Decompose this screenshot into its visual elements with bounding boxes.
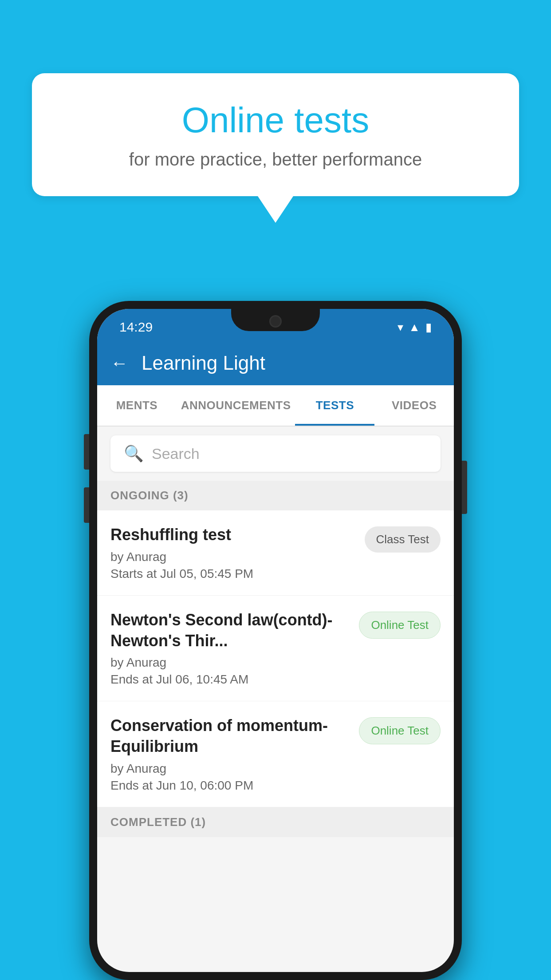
volume-up-button xyxy=(84,434,89,470)
phone-camera xyxy=(269,315,282,328)
test-by: by Anurag xyxy=(110,550,356,564)
app-header: ← Learning Light xyxy=(97,341,454,385)
back-button[interactable]: ← xyxy=(110,353,128,373)
status-time: 14:29 xyxy=(119,320,153,335)
battery-icon: ▮ xyxy=(425,320,432,334)
speech-bubble-area: Online tests for more practice, better p… xyxy=(32,73,519,223)
search-input[interactable]: Search xyxy=(152,445,200,462)
tab-announcements[interactable]: ANNOUNCEMENTS xyxy=(177,385,295,426)
phone-notch xyxy=(231,309,320,331)
test-info: Newton's Second law(contd)-Newton's Thir… xyxy=(110,610,359,687)
tab-tests[interactable]: TESTS xyxy=(295,385,374,426)
search-icon: 🔍 xyxy=(124,444,144,463)
speech-bubble-arrow xyxy=(258,196,293,223)
test-item[interactable]: Reshuffling test by Anurag Starts at Jul… xyxy=(97,510,454,596)
wifi-icon: ▾ xyxy=(398,320,403,334)
test-name: Newton's Second law(contd)-Newton's Thir… xyxy=(110,610,350,652)
app-title: Learning Light xyxy=(142,352,265,374)
test-list: Reshuffling test by Anurag Starts at Jul… xyxy=(97,510,454,807)
phone-body: 14:29 ▾ ▲ ▮ ← Learning Light MENTS ANNOU… xyxy=(89,301,462,980)
test-badge-online: Online Test xyxy=(359,612,441,639)
test-item[interactable]: Conservation of momentum-Equilibrium by … xyxy=(97,701,454,807)
speech-bubble: Online tests for more practice, better p… xyxy=(32,73,519,196)
test-badge-class: Class Test xyxy=(365,526,441,553)
speech-bubble-subtitle: for more practice, better performance xyxy=(67,150,484,170)
test-time: Starts at Jul 05, 05:45 PM xyxy=(110,567,356,581)
signal-icon: ▲ xyxy=(409,320,420,334)
test-info: Conservation of momentum-Equilibrium by … xyxy=(110,715,359,793)
volume-down-button xyxy=(84,487,89,523)
status-icons: ▾ ▲ ▮ xyxy=(398,320,432,334)
phone-mockup: 14:29 ▾ ▲ ▮ ← Learning Light MENTS ANNOU… xyxy=(89,301,462,980)
completed-section-header: COMPLETED (1) xyxy=(97,807,454,837)
test-name: Conservation of momentum-Equilibrium xyxy=(110,715,350,757)
test-badge-online-2: Online Test xyxy=(359,717,441,744)
test-by: by Anurag xyxy=(110,656,350,670)
speech-bubble-title: Online tests xyxy=(67,100,484,141)
search-container: 🔍 Search xyxy=(97,427,454,481)
test-info: Reshuffling test by Anurag Starts at Jul… xyxy=(110,525,365,581)
test-time: Ends at Jun 10, 06:00 PM xyxy=(110,778,350,793)
test-name: Reshuffling test xyxy=(110,525,356,545)
test-item[interactable]: Newton's Second law(contd)-Newton's Thir… xyxy=(97,596,454,702)
tab-videos[interactable]: VIDEOS xyxy=(374,385,454,426)
power-button xyxy=(462,461,467,514)
ongoing-section-header: ONGOING (3) xyxy=(97,481,454,510)
tab-bar: MENTS ANNOUNCEMENTS TESTS VIDEOS xyxy=(97,385,454,427)
phone-screen: 14:29 ▾ ▲ ▮ ← Learning Light MENTS ANNOU… xyxy=(97,309,454,972)
search-bar[interactable]: 🔍 Search xyxy=(110,435,441,472)
tab-ments[interactable]: MENTS xyxy=(97,385,177,426)
test-time: Ends at Jul 06, 10:45 AM xyxy=(110,672,350,687)
test-by: by Anurag xyxy=(110,762,350,776)
